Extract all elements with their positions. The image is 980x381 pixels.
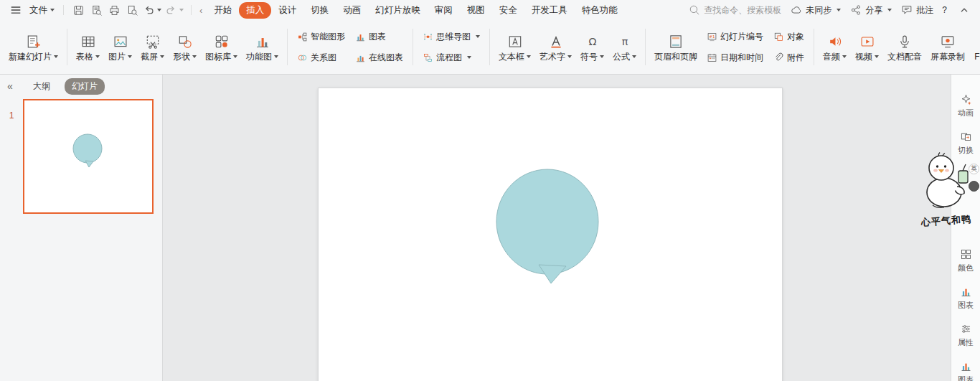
screenshot-icon [145,34,161,50]
ribbon-button-icon-lib[interactable]: 图标库 [202,25,241,70]
ribbon-button-label: 图标库 [205,52,237,61]
ribbon-button-picture[interactable]: 图片 [105,25,136,70]
ribbon-button-audio[interactable]: 音频 [819,25,850,70]
mascot-duck-widget[interactable]: 心平气和鸭 [915,149,977,227]
ribbon-stack-column: 对象附件 [769,30,809,65]
comment-button[interactable]: 批注 [900,4,933,17]
menubar-right-controls: 查找命令、搜索模板 未同步 分享 批注 ? [688,2,973,18]
dropdown-caret [467,56,471,59]
ribbon-small-button-mindmap[interactable]: 思维导图 [421,30,481,44]
save-button[interactable] [70,2,87,18]
dropdown-caret [128,55,132,58]
menu-tab[interactable]: 安全 [492,2,524,19]
slide-thumbnail[interactable] [23,99,154,214]
ribbon-button-video[interactable]: 视频 [852,25,882,70]
ribbon-button-new-slide[interactable]: 新建幻灯片 [5,25,62,70]
ribbon-button-textbox[interactable]: 文本框 [495,25,534,70]
ribbon-button-symbol[interactable]: Ω符号 [577,25,608,70]
menu-tab[interactable]: 设计 [271,2,303,19]
menu-tab[interactable]: 视图 [460,2,492,19]
ribbon-button-formula[interactable]: π公式 [609,25,640,70]
sidebar-item-label: 颜色 [958,263,974,273]
dropdown-caret [95,55,100,58]
tab-outline[interactable]: 大纲 [26,78,57,95]
ribbon-button-flash[interactable]: Flash [970,25,980,70]
sidebar-bottom-group: 图表 [958,360,974,381]
ribbon-small-button-relation[interactable]: 关系图 [296,51,347,65]
ribbon-button-shape[interactable]: 形状 [169,25,200,70]
ribbon-small-button-datetime[interactable]: 日期和时间 [705,51,765,65]
editing-canvas[interactable] [164,75,951,381]
ribbon-button-header-footer[interactable]: 页眉和页脚 [651,25,701,70]
sidebar-item-props[interactable]: 属性 [958,323,974,348]
sidebar-item-chart[interactable]: 图表 [958,360,974,381]
ribbon-button-wordart[interactable]: 艺术字 [536,25,575,70]
help-button[interactable]: ? [942,5,947,15]
ribbon-button-text: 文档配音 [887,52,922,61]
sidebar-item-animation[interactable]: 动画 [958,93,974,118]
ribbon-divider [489,29,490,65]
menu-tab[interactable]: 开发工具 [524,2,575,19]
chevron-down-icon [50,9,55,11]
ribbon-small-button-flowchart[interactable]: 流程图 [421,51,481,65]
floating-widget-badge[interactable]: 英 [969,164,979,174]
ribbon-button-record[interactable]: 屏幕录制 [927,25,969,70]
ribbon-small-button-slide-number[interactable]: #1幻灯片编号 [705,30,765,44]
sidebar-item-chart[interactable]: 图表 [958,286,974,311]
hamburger-menu-icon[interactable] [7,2,24,18]
ribbon-button-text: 符号 [580,52,598,61]
ribbon-button-screenshot[interactable]: 截屏 [137,25,168,70]
ribbon-button-label: 公式 [613,52,636,61]
dropdown-caret[interactable] [157,9,161,11]
file-menu-button[interactable]: 文件 [27,4,57,17]
menu-tab[interactable]: 幻灯片放映 [368,2,428,19]
ribbon-button-label: Flash [974,52,980,61]
floating-widget-badge[interactable] [969,181,979,192]
sidebar-item-label: 图表 [958,375,974,381]
dropdown-caret[interactable] [179,9,184,11]
ribbon-small-button-online-chart[interactable]: 在线图表 [354,51,405,65]
redo-button[interactable] [164,2,185,18]
ribbon-button-text: 图标库 [205,52,231,61]
ribbon-divider [814,29,814,65]
share-button[interactable]: 分享 [849,4,892,17]
chevron-down-icon [887,9,892,11]
table-icon [80,34,96,50]
find-button[interactable] [123,2,141,18]
ribbon-button-voice[interactable]: 文档配音 [884,25,925,70]
ribbon-button-label: 图片 [108,52,132,61]
undo-button[interactable] [141,2,163,18]
print-preview-button[interactable] [88,2,105,18]
mindmap-icon [423,32,433,42]
ribbon-button-text: 表格 [76,52,93,61]
collapse-panel-button[interactable]: « [7,80,19,92]
chart-icon [960,286,972,298]
menu-tab[interactable]: 特色功能 [575,2,625,19]
menu-tab[interactable]: 切换 [303,2,336,19]
ribbon-small-button-object[interactable]: 对象 [772,30,806,44]
slide-page[interactable] [318,88,783,381]
ribbon-button-label: 截屏 [141,52,164,61]
menu-tab[interactable]: 审阅 [428,2,460,19]
print-preview-icon [90,4,103,17]
menu-tab[interactable]: 插入 [239,2,271,19]
sidebar-item-color[interactable]: 颜色 [958,248,974,273]
ribbon-small-button-chart[interactable]: 图表 [354,30,405,44]
ribbon-button-table[interactable]: 表格 [72,25,103,70]
sync-status-button[interactable]: 未同步 [790,4,841,17]
menu-tab[interactable]: 动画 [336,2,368,19]
tab-slides[interactable]: 幻灯片 [65,78,105,95]
ribbon-button-label: 文档配音 [887,52,922,61]
print-button[interactable] [105,2,123,18]
ribbon-stack-column: 图表在线图表 [351,30,407,65]
command-search-box[interactable]: 查找命令、搜索模板 [688,4,781,17]
chevron-down-icon [837,9,841,11]
ribbon-small-button-attachment[interactable]: 附件 [772,51,806,65]
oval-callout-shape[interactable] [319,88,783,381]
collapse-ribbon-button[interactable] [956,2,973,18]
ribbon-small-button-smart-graphic[interactable]: 智能图形 [296,30,347,44]
ribbon-button-func-chart[interactable]: 功能图 [242,25,282,70]
new-slide-icon [26,34,42,50]
menu-tab[interactable]: 开始 [207,2,239,19]
tab-scroll-left-button[interactable]: ‹ [197,5,204,16]
